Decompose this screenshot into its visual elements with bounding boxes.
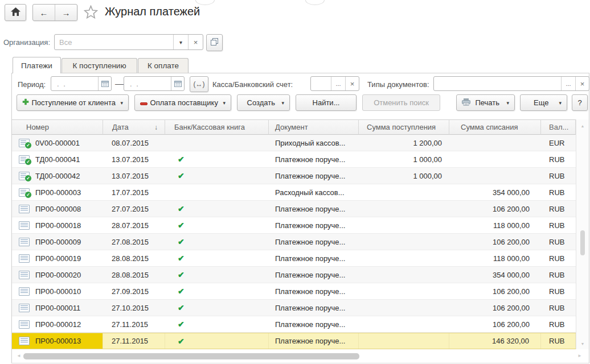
cell-bank[interactable]: ✔	[165, 151, 269, 167]
cell-date[interactable]: 08.07.2015	[103, 135, 165, 151]
cell-cur[interactable]: RUB	[541, 168, 576, 184]
cell-in[interactable]	[359, 333, 449, 349]
cell-in[interactable]	[359, 184, 449, 200]
organization-input[interactable]: Все ▾ ×	[54, 34, 203, 50]
table-row[interactable]: ТД00-00004113.07.2015✔Платежное поруче..…	[12, 151, 576, 168]
cell-date[interactable]: 13.07.2015	[103, 151, 165, 167]
table-row[interactable]: ПР00-00001828.07.2015✔Платежное поруче..…	[12, 217, 576, 234]
cell-doc[interactable]: Платежное поруче...	[269, 267, 359, 283]
cell-bank[interactable]: ✔	[165, 234, 269, 250]
cell-bank[interactable]: ✔	[165, 168, 269, 184]
cell-num[interactable]: ПР00-000008	[12, 201, 103, 217]
horizontal-scrollbar-thumb[interactable]	[23, 353, 359, 359]
scroll-right-icon[interactable]: ►	[577, 353, 582, 358]
scroll-left-icon[interactable]: ◄	[17, 353, 21, 358]
table-row[interactable]: ПР00-00001227.11.2015✔Платежное поруче..…	[12, 316, 576, 333]
tab-incoming[interactable]: К поступлению	[62, 58, 137, 73]
cell-bank[interactable]: ✔	[165, 283, 269, 299]
cell-doc[interactable]: Платежное поруче...	[269, 217, 359, 233]
cell-num[interactable]: ПР00-000011	[12, 300, 103, 316]
table-row[interactable]: ПР00-00002028.08.2015✔Платежное поруче..…	[12, 267, 576, 283]
cell-out[interactable]	[449, 168, 541, 184]
cell-cur[interactable]: RUB	[541, 333, 576, 349]
cell-doc[interactable]: Платежное поруче...	[269, 283, 359, 299]
home-button[interactable]	[5, 4, 26, 21]
column-header-currency[interactable]: Вал...	[541, 119, 576, 135]
cell-num[interactable]: ПР00-000013	[12, 333, 103, 349]
cell-doc[interactable]: Платежное поруче...	[269, 300, 359, 316]
cell-bank[interactable]: ✔	[165, 217, 269, 233]
cell-doc[interactable]: Платежное поруче...	[269, 316, 359, 332]
period-end-input[interactable]: . .	[124, 76, 185, 91]
cell-cur[interactable]: EUR	[541, 135, 576, 151]
column-header-bank[interactable]: Банк/Кассовая книга	[165, 119, 269, 135]
cell-date[interactable]: 27.09.2015	[103, 283, 165, 299]
calendar-icon[interactable]	[171, 77, 184, 90]
table-row[interactable]: ПР00-00000317.07.2015Расходный кассов...…	[12, 184, 576, 201]
create-button[interactable]: Создать ▾	[237, 94, 290, 111]
cell-in[interactable]	[359, 283, 449, 299]
cell-bank[interactable]: ✔	[165, 316, 269, 332]
cell-bank[interactable]: ✔	[165, 333, 269, 349]
cell-out[interactable]: 354 000,00	[449, 184, 541, 200]
cell-in[interactable]	[359, 234, 449, 250]
payment-to-supplier-button[interactable]: Оплата поставщику ▾	[134, 94, 231, 111]
scroll-down-icon[interactable]: ▼	[576, 342, 589, 346]
cell-num[interactable]: ПР00-000010	[12, 283, 103, 299]
column-header-date[interactable]: Дата ↓	[103, 119, 165, 135]
cell-date[interactable]: 28.08.2015	[103, 267, 165, 283]
cell-num[interactable]: ПР00-000012	[12, 316, 103, 332]
column-header-sum-in[interactable]: Сумма поступления	[359, 119, 449, 135]
calendar-icon[interactable]	[98, 77, 111, 90]
cell-out[interactable]: 106 200,00	[449, 234, 541, 250]
cell-cur[interactable]: RUB	[541, 201, 576, 217]
cell-out[interactable]	[449, 135, 541, 151]
favorite-star-icon[interactable]	[84, 5, 98, 21]
cell-doc[interactable]: Платежное поруче...	[269, 201, 359, 217]
cell-out[interactable]: 106 200,00	[449, 300, 541, 316]
horizontal-scrollbar[interactable]: ◄ ►	[12, 351, 589, 362]
cell-out[interactable]: 146 320,00	[449, 333, 541, 349]
cell-out[interactable]: 118 000,00	[449, 250, 541, 266]
table-row[interactable]: 0V00-00000108.07.2015Приходный кассов...…	[12, 135, 576, 151]
back-button[interactable]: ←	[33, 5, 55, 20]
cell-cur[interactable]: RUB	[541, 300, 576, 316]
cell-out[interactable]: 106 200,00	[449, 283, 541, 299]
receipt-from-client-button[interactable]: Поступление от клиента ▾	[17, 94, 129, 111]
cell-out[interactable]	[449, 151, 541, 167]
cell-in[interactable]	[359, 250, 449, 266]
forward-button[interactable]: →	[55, 5, 77, 20]
find-button[interactable]: Найти...	[296, 94, 357, 111]
cell-doc[interactable]: Платежное поруче...	[269, 250, 359, 266]
cell-num[interactable]: ТД00-000041	[12, 151, 103, 167]
column-header-number[interactable]: Номер	[12, 119, 103, 135]
cell-bank[interactable]: ✔	[165, 201, 269, 217]
organization-clear-button[interactable]: ×	[188, 35, 203, 49]
cell-date[interactable]: 28.08.2015	[103, 250, 165, 266]
cell-cur[interactable]: RUB	[541, 283, 576, 299]
cell-in[interactable]	[359, 300, 449, 316]
cell-doc[interactable]: Приходный кассов...	[269, 135, 359, 151]
cell-in[interactable]	[359, 201, 449, 217]
cell-date[interactable]: 27.07.2015	[103, 201, 165, 217]
column-header-sum-out[interactable]: Сумма списания	[449, 119, 541, 135]
cell-date[interactable]: 27.11.2015	[103, 316, 165, 332]
cell-cur[interactable]: RUB	[541, 184, 576, 200]
cell-out[interactable]: 106 200,00	[449, 201, 541, 217]
more-button[interactable]: Еще ▾	[520, 94, 567, 111]
table-row[interactable]: ПР00-00000827.07.2015✔Платежное поруче..…	[12, 201, 576, 217]
cashbox-input[interactable]: ... ×	[310, 76, 359, 91]
organization-choose-button[interactable]	[206, 34, 223, 51]
cell-in[interactable]: 1 000,00	[359, 168, 449, 184]
cashbox-clear-button[interactable]: ×	[345, 77, 359, 90]
doctypes-input[interactable]: ... ×	[433, 76, 589, 91]
cell-num[interactable]: ПР00-000018	[12, 217, 103, 233]
cell-bank[interactable]	[165, 135, 269, 151]
cell-doc[interactable]: Платежное поруче...	[269, 151, 359, 167]
cell-num[interactable]: ТД00-000042	[12, 168, 103, 184]
tab-outgoing[interactable]: К оплате	[138, 58, 189, 73]
cell-date[interactable]: 13.07.2015	[103, 168, 165, 184]
scroll-up-icon[interactable]: ▲	[576, 124, 589, 128]
cell-in[interactable]	[359, 267, 449, 283]
cell-bank[interactable]	[165, 184, 269, 200]
